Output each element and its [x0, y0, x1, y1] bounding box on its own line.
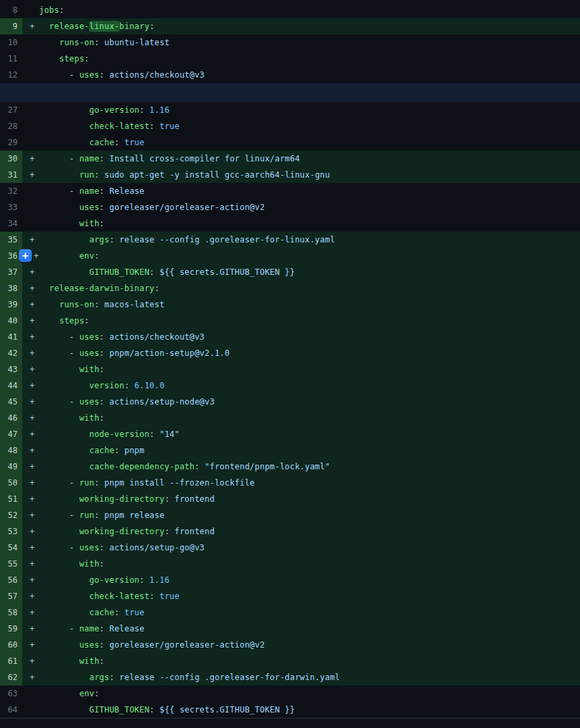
line-number[interactable]: 9: [0, 18, 22, 34]
line-number[interactable]: 30: [0, 151, 22, 167]
code-line: env:: [39, 248, 99, 264]
diff-added-marker: +: [22, 345, 39, 361]
code-line: check-latest: true: [39, 118, 180, 134]
line-number[interactable]: 62: [0, 669, 22, 685]
hunk-expander-row[interactable]: [0, 83, 580, 102]
code-token: cache: [89, 138, 114, 147]
code-token: uses: [79, 348, 99, 358]
line-number[interactable]: 43: [0, 361, 22, 378]
line-number[interactable]: 37: [0, 264, 22, 280]
code-line: version: 6.10.0: [39, 378, 165, 394]
code-token: [39, 138, 89, 147]
line-number[interactable]: 38: [0, 280, 22, 296]
line-number[interactable]: 61: [0, 653, 22, 669]
code-token: [39, 251, 79, 261]
code-token: :: [99, 348, 109, 358]
diff-added-marker: +: [22, 637, 39, 653]
line-number[interactable]: 51: [0, 491, 22, 507]
code-token: check-latest: [89, 592, 149, 601]
diff-added-marker: +: [22, 329, 39, 345]
code-line: with:: [39, 361, 105, 378]
code-token: :: [165, 527, 175, 536]
code-token: with: [79, 656, 99, 666]
diff-row: 38+ release-darwin-binary:: [0, 280, 580, 296]
line-number[interactable]: 49: [0, 459, 22, 475]
line-number[interactable]: 58: [0, 604, 22, 621]
diff-row: 42+ - uses: pnpm/action-setup@v2.1.0: [0, 345, 580, 361]
code-line: - uses: actions/checkout@v3: [39, 329, 205, 345]
code-line: - uses: actions/setup-go@v3: [39, 540, 205, 556]
line-number[interactable]: 35: [0, 232, 22, 248]
line-number[interactable]: 40: [0, 313, 22, 329]
line-number[interactable]: 33: [0, 199, 22, 215]
diff-added-marker: +: [22, 507, 39, 523]
code-token: go-version: [89, 575, 139, 585]
code-token: :: [124, 381, 134, 390]
line-number[interactable]: 53: [0, 523, 22, 540]
line-number[interactable]: 27: [0, 102, 22, 118]
line-number[interactable]: 10: [0, 34, 22, 51]
code-token: -: [39, 154, 79, 163]
line-number[interactable]: 57: [0, 588, 22, 604]
code-token: :: [95, 689, 99, 698]
line-number[interactable]: 32: [0, 183, 22, 199]
line-number[interactable]: 48: [0, 442, 22, 459]
diff-row: 56+ go-version: 1.16: [0, 572, 580, 588]
code-token: 6.10.0: [134, 381, 165, 390]
line-number[interactable]: 41: [0, 329, 22, 345]
diff-row: 9+ release-linux-binary:: [0, 18, 580, 34]
code-token: :: [99, 656, 104, 666]
line-number[interactable]: 11: [0, 51, 22, 67]
code-token: true: [159, 122, 180, 131]
line-number[interactable]: 39: [0, 296, 22, 313]
line-number[interactable]: 46: [0, 410, 22, 426]
diff-added-marker: [22, 134, 39, 151]
diff-added-marker: +: [22, 653, 39, 669]
code-token: :: [84, 54, 89, 63]
line-number[interactable]: 63: [0, 685, 22, 702]
code-token: :: [114, 446, 124, 455]
diff-added-marker: [22, 702, 39, 718]
code-token: :: [95, 478, 105, 488]
line-number[interactable]: 44: [0, 378, 22, 394]
line-number[interactable]: 12: [0, 67, 22, 83]
code-token: working-directory: [79, 527, 164, 536]
code-line: working-directory: frontend: [39, 491, 215, 507]
diff-row: 54+ - uses: actions/setup-go@v3: [0, 540, 580, 556]
code-token: :: [165, 494, 175, 504]
code-token: [39, 284, 49, 293]
line-number[interactable]: 52: [0, 507, 22, 523]
line-number[interactable]: 56: [0, 572, 22, 588]
line-number[interactable]: 28: [0, 118, 22, 134]
diff-added-marker: +: [22, 426, 39, 442]
line-number[interactable]: 29: [0, 134, 22, 151]
add-comment-button[interactable]: +: [19, 249, 32, 262]
line-number[interactable]: 42: [0, 345, 22, 361]
line-number[interactable]: 60: [0, 637, 22, 653]
code-line: env:: [39, 685, 99, 702]
line-number[interactable]: 47: [0, 426, 22, 442]
line-number[interactable]: 54: [0, 540, 22, 556]
line-number[interactable]: 8: [0, 2, 22, 18]
code-line: GITHUB_TOKEN: ${{ secrets.GITHUB_TOKEN }…: [39, 264, 295, 280]
code-line: check-latest: true: [39, 588, 180, 604]
code-token: :: [140, 575, 150, 585]
code-token: "frontend/pnpm-lock.yaml": [205, 462, 330, 471]
line-number[interactable]: 45: [0, 394, 22, 410]
diff-row: 61+ with:: [0, 653, 580, 669]
diff-row: 11 steps:: [0, 51, 580, 67]
code-line: release-linux-binary:: [39, 18, 155, 34]
line-number[interactable]: 50: [0, 475, 22, 491]
line-number[interactable]: 64: [0, 702, 22, 718]
code-token: [39, 689, 79, 698]
code-token: :: [84, 316, 89, 326]
diff-added-marker: +: [22, 151, 39, 167]
line-number[interactable]: 59: [0, 621, 22, 637]
line-number[interactable]: 55: [0, 556, 22, 572]
line-number[interactable]: 31: [0, 167, 22, 183]
code-line: steps:: [39, 51, 89, 67]
code-token: :: [149, 430, 159, 439]
line-number[interactable]: 34: [0, 215, 22, 232]
diff-added-marker: +: [22, 475, 39, 491]
code-line: - name: Release: [39, 183, 144, 199]
